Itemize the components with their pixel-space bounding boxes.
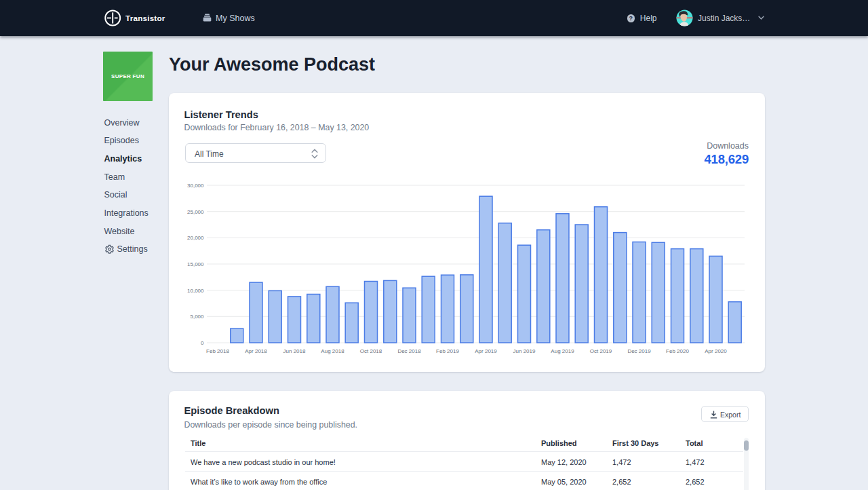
svg-text:25,000: 25,000: [187, 209, 204, 215]
svg-text:Jun 2019: Jun 2019: [513, 348, 536, 354]
svg-text:20,000: 20,000: [187, 235, 204, 241]
svg-text:Aug 2019: Aug 2019: [551, 348, 574, 354]
svg-text:Oct 2018: Oct 2018: [360, 348, 382, 354]
svg-text:Feb 2018: Feb 2018: [206, 348, 229, 354]
svg-text:Feb 2019: Feb 2019: [436, 348, 459, 354]
svg-text:Apr 2018: Apr 2018: [245, 348, 267, 354]
svg-text:Oct 2019: Oct 2019: [590, 348, 612, 354]
svg-text:Feb 2020: Feb 2020: [666, 348, 689, 354]
svg-text:10,000: 10,000: [187, 288, 204, 294]
svg-text:Dec 2019: Dec 2019: [627, 348, 651, 354]
svg-text:Jun 2018: Jun 2018: [283, 348, 306, 354]
svg-text:Dec 2018: Dec 2018: [397, 348, 421, 354]
svg-text:Aug 2018: Aug 2018: [321, 348, 344, 354]
svg-text:30,000: 30,000: [187, 183, 204, 189]
svg-text:Apr 2020: Apr 2020: [705, 348, 727, 354]
svg-text:Apr 2019: Apr 2019: [475, 348, 497, 354]
svg-text:15,000: 15,000: [187, 261, 204, 267]
svg-text:5,000: 5,000: [190, 314, 204, 320]
svg-text:0: 0: [201, 340, 204, 346]
